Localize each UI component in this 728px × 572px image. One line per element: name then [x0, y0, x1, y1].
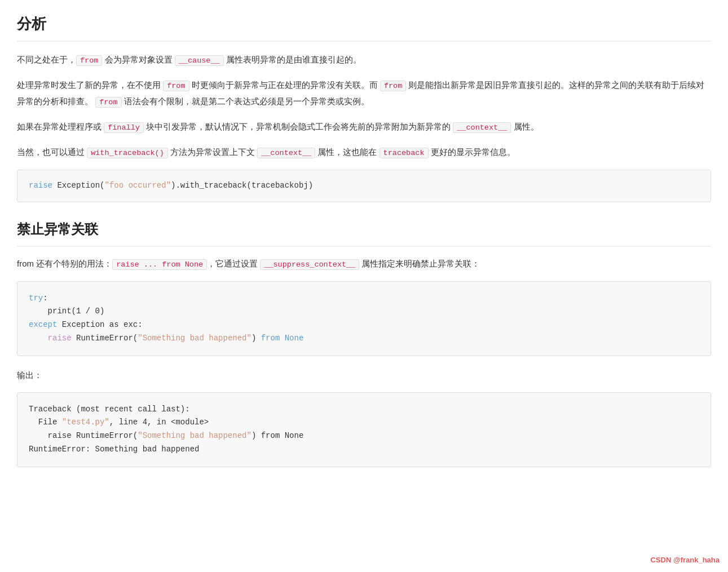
- paragraph-2: 处理异常时发生了新的异常，在不使用 from 时更倾向于新异常与正在处理的异常没…: [17, 77, 711, 110]
- inline-context-1: __context__: [453, 122, 511, 133]
- section2-intro: from 还有个特别的用法：raise ... from None，它通过设置 …: [17, 256, 711, 272]
- code-block-output: Traceback (most recent call last): File …: [17, 392, 711, 467]
- inline-cause: __cause__: [175, 55, 224, 66]
- paragraph-4: 当然，也可以通过 with_traceback() 方法为异常设置上下文 __c…: [17, 144, 711, 161]
- inline-suppress-context: __suppress_context__: [260, 259, 359, 270]
- inline-traceback: traceback: [380, 148, 429, 158]
- section2-title: 禁止异常关联: [17, 218, 711, 247]
- inline-from-1: from: [76, 55, 102, 66]
- code-block-2: try: print(1 / 0) except Exception as ex…: [17, 281, 711, 356]
- inline-raise-from-none: raise ... from None: [112, 259, 207, 270]
- inline-finally: finally: [104, 122, 144, 133]
- inline-with-traceback: with_traceback(): [87, 148, 168, 158]
- paragraph-1: 不同之处在于，from 会为异常对象设置 __cause__ 属性表明异常的是由…: [17, 52, 711, 68]
- paragraph-3: 如果在异常处理程序或 finally 块中引发异常，默认情况下，异常机制会隐式工…: [17, 119, 711, 135]
- section1-title: 分析: [17, 11, 711, 42]
- inline-from-3: from: [380, 81, 406, 91]
- output-label: 输出：: [17, 367, 711, 383]
- inline-context-2: __context__: [257, 148, 315, 158]
- inline-from-2: from: [163, 81, 189, 91]
- inline-from-4: from: [95, 97, 121, 108]
- code-block-1: raise Exception("foo occurred").with_tra…: [17, 170, 711, 202]
